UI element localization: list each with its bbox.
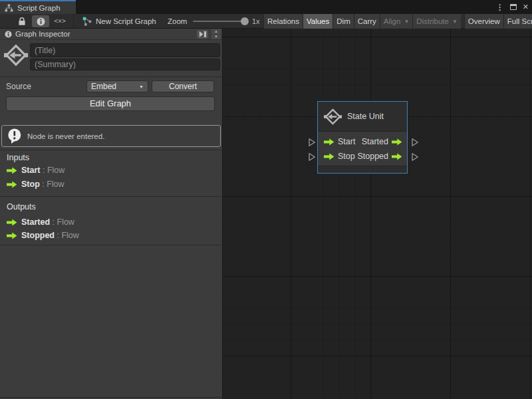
inspector-title: Graph Inspector bbox=[15, 29, 70, 40]
panel-scroll-arrows: ▲ ▼ bbox=[211, 29, 221, 40]
flow-arrow-icon bbox=[7, 219, 17, 226]
tab-script-graph[interactable]: Script Graph bbox=[0, 0, 76, 14]
zoom-slider-handle[interactable] bbox=[241, 17, 249, 25]
toolbar-separator bbox=[73, 14, 74, 29]
input-port-row: Stop : Flow bbox=[0, 179, 223, 190]
node-port-row: Stop Stopped bbox=[318, 149, 407, 164]
zoom-label: Zoom bbox=[168, 14, 187, 29]
output-port-row: Started : Flow bbox=[0, 217, 223, 227]
inputs-section-title: Inputs bbox=[7, 153, 29, 162]
node-output-port[interactable]: Started bbox=[362, 137, 402, 146]
relations-button[interactable]: Relations bbox=[263, 14, 303, 29]
dim-button[interactable]: Dim bbox=[332, 14, 353, 29]
maximize-icon[interactable] bbox=[510, 4, 517, 10]
new-graph-icon bbox=[82, 17, 92, 26]
close-icon[interactable]: ✕ bbox=[523, 3, 529, 11]
info-icon bbox=[5, 31, 12, 38]
separator bbox=[0, 397, 223, 398]
outputs-section-title: Outputs bbox=[7, 202, 36, 211]
summary-input[interactable] bbox=[30, 59, 220, 70]
edit-graph-button[interactable]: Edit Graph bbox=[6, 96, 215, 111]
node-output-port[interactable]: Stopped bbox=[357, 152, 402, 161]
scroll-up-icon[interactable]: ▲ bbox=[211, 29, 221, 34]
separator bbox=[0, 196, 223, 197]
node-input-port[interactable]: Stop bbox=[324, 152, 355, 161]
info-icon bbox=[37, 17, 45, 26]
inspector-toggle-button[interactable] bbox=[32, 15, 49, 27]
full-screen-button[interactable]: Full Scr bbox=[503, 14, 532, 29]
chevron-down-icon: ▼ bbox=[404, 19, 409, 25]
node-footer bbox=[318, 166, 407, 173]
script-graph-window: Script Graph ⋮ ✕ <×> New Scrip bbox=[0, 0, 532, 399]
state-unit-node[interactable]: State Unit Start Started Stop bbox=[317, 101, 408, 174]
source-dropdown[interactable]: Embed ▼ bbox=[86, 80, 148, 92]
flow-arrow-icon bbox=[7, 167, 17, 174]
node-port-row: Start Started bbox=[318, 134, 407, 149]
connection-port-triangle[interactable] bbox=[308, 152, 316, 162]
node-body: Start Started Stop Stopped bbox=[318, 132, 407, 166]
state-unit-icon bbox=[4, 43, 28, 67]
tab-label: Script Graph bbox=[17, 4, 61, 12]
separator bbox=[0, 76, 223, 77]
warning-text: Node is never entered. bbox=[27, 126, 104, 148]
code-view-icon[interactable]: <×> bbox=[52, 14, 68, 29]
flow-arrow-icon bbox=[392, 153, 402, 160]
title-input[interactable] bbox=[30, 43, 220, 57]
graph-name-label[interactable]: New Script Graph bbox=[96, 14, 156, 29]
flow-arrow-icon bbox=[7, 181, 17, 188]
output-port-row: Stopped : Flow bbox=[0, 230, 223, 241]
separator bbox=[0, 150, 223, 150]
inspector-header: Graph Inspector ▲ ▼ bbox=[0, 29, 222, 40]
input-port-row: Start : Flow bbox=[0, 165, 223, 176]
warning-bubble-icon bbox=[7, 128, 22, 144]
values-button[interactable]: Values bbox=[303, 14, 332, 29]
connection-port-triangle[interactable] bbox=[308, 138, 316, 147]
window-menu-icon[interactable]: ⋮ bbox=[496, 3, 504, 12]
toolbar: <×> New Script Graph Zoom 1x Relations V… bbox=[0, 14, 532, 29]
distribute-button[interactable]: Distribute▼ bbox=[412, 14, 461, 29]
graph-canvas[interactable]: State Unit Start Started Stop bbox=[223, 29, 532, 399]
warning-box: Node is never entered. bbox=[1, 125, 221, 147]
node-title: State Unit bbox=[347, 112, 384, 121]
flow-arrow-icon bbox=[324, 153, 334, 160]
dock-panel-button[interactable] bbox=[197, 30, 208, 39]
connection-port-triangle[interactable] bbox=[411, 152, 419, 162]
graph-inspector-panel: Graph Inspector ▲ ▼ Source Embed bbox=[0, 29, 223, 399]
scroll-down-icon[interactable]: ▼ bbox=[211, 35, 221, 39]
lock-icon[interactable] bbox=[18, 17, 26, 26]
flow-arrow-icon bbox=[392, 138, 402, 146]
window-controls: ⋮ ✕ bbox=[496, 0, 529, 14]
overview-button[interactable]: Overview bbox=[464, 14, 503, 29]
toolbar-buttons: Relations Values Dim Carry Align▼ Distri… bbox=[263, 14, 532, 29]
convert-button[interactable]: Convert bbox=[152, 80, 214, 92]
state-unit-icon bbox=[324, 108, 342, 126]
source-label: Source bbox=[6, 80, 31, 92]
dock-right-icon bbox=[199, 31, 207, 38]
carry-button[interactable]: Carry bbox=[354, 14, 380, 29]
separator bbox=[0, 245, 223, 245]
flow-arrow-icon bbox=[7, 232, 17, 239]
zoom-slider-track[interactable] bbox=[193, 21, 246, 22]
chevron-down-icon: ▼ bbox=[139, 82, 144, 92]
chevron-down-icon: ▼ bbox=[452, 19, 458, 25]
flow-arrow-icon bbox=[324, 138, 334, 146]
zoom-value: 1x bbox=[252, 14, 260, 29]
graph-hierarchy-icon bbox=[5, 4, 13, 12]
align-button[interactable]: Align▼ bbox=[380, 14, 413, 29]
connection-port-triangle[interactable] bbox=[411, 138, 419, 147]
tab-bar: Script Graph ⋮ ✕ bbox=[0, 0, 532, 14]
node-header: State Unit bbox=[318, 102, 407, 132]
node-input-port[interactable]: Start bbox=[324, 137, 355, 146]
